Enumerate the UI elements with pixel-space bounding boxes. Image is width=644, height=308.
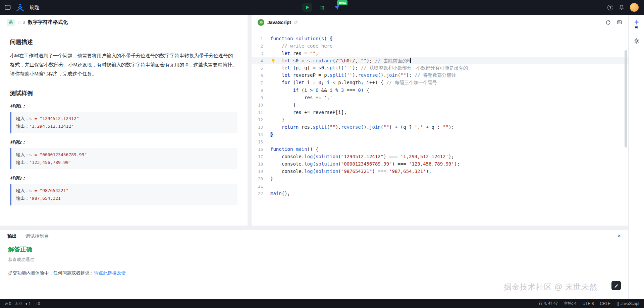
code-line[interactable]: 19 console.log(solution("987654321") ===… [252, 168, 628, 175]
line-number: 6 [252, 73, 270, 78]
language-switch-icon[interactable]: ⇄ [294, 20, 298, 25]
line-number: 17 [252, 154, 270, 159]
description-text: 小M在工作时遇到了一个问题，他需要将用户输入的不带千分位逗号的数字字符串转换为带… [10, 51, 237, 78]
close-output-icon[interactable]: × [618, 233, 621, 239]
result-subtitle: 恭喜成功通过 [8, 257, 620, 263]
reset-code-icon[interactable] [605, 20, 611, 25]
line-content: console.log(solution("0000123456789.99")… [270, 161, 460, 167]
code-line[interactable]: 17 console.log(solution("1294512.12412")… [252, 153, 628, 160]
indentation-setting[interactable]: 空格: 4 [564, 301, 576, 306]
statusbar: ⊘ 0 ⚠ 0 ● 1 ◌ 0 行 4, 列 47 空格: 4 UTF-8 CR… [0, 299, 644, 308]
code-line[interactable]: 21 [252, 182, 628, 190]
code-line[interactable]: 14} [252, 131, 628, 138]
line-content: if (i > 0 && i % 3 === 0) { [270, 87, 369, 93]
line-content: console.log(solution("987654321") === '9… [270, 169, 432, 174]
feedback-line: 提交功能内测体验中，任何问题或者建议：请点此链接反馈 [8, 270, 620, 276]
submit-wrap: Beta [332, 3, 342, 12]
user-avatar[interactable] [630, 3, 639, 12]
errors-indicator[interactable]: ⊘ 0 [5, 301, 11, 306]
eol-setting[interactable]: CRLF [600, 301, 610, 306]
star-count: 3 [23, 20, 25, 25]
code-line[interactable]: 3 let res = ""; [252, 50, 628, 57]
sample-input-value: s = "0000123456789.99" [29, 152, 87, 157]
tab-debug-console[interactable]: 调试控制台 [25, 233, 49, 241]
code-line[interactable]: 6 let reverseP = p.split('').reverse().j… [252, 72, 628, 79]
line-content: let res = ""; [270, 51, 318, 56]
editor-scrollbar[interactable] [625, 50, 627, 147]
code-line[interactable]: 2 // write code here [252, 42, 628, 50]
encoding-setting[interactable]: UTF-8 [583, 301, 594, 306]
line-number: 4 [252, 58, 270, 63]
right-toolbar: AI [629, 15, 644, 299]
code-line[interactable]: 10 } [252, 101, 628, 109]
code-line[interactable]: 5 let [p, q] = s0.split('.'); // 获取整数和小数… [252, 64, 628, 72]
line-number: 13 [252, 125, 270, 130]
run-button[interactable] [302, 3, 312, 12]
topbar-right: ? [607, 3, 644, 12]
code-line[interactable]: 15 [252, 138, 628, 145]
code-line[interactable]: 16function main() { [252, 145, 628, 153]
description-heading: 问题描述 [10, 38, 237, 46]
line-content: } [270, 176, 273, 181]
line-number: 12 [252, 117, 270, 122]
error-icon: ⊘ [5, 301, 8, 306]
line-content: return res.split("").reverse().join("") … [270, 124, 454, 130]
debug-button[interactable] [317, 3, 327, 12]
hints-count: 0 [38, 301, 40, 306]
format-code-icon[interactable] [617, 20, 622, 25]
star-icon[interactable]: ☆ [17, 20, 21, 25]
juejin-logo-icon[interactable] [15, 3, 25, 11]
line-content: } [270, 117, 284, 122]
line-content: res += ',' [270, 95, 332, 100]
line-content: } [270, 102, 296, 108]
warnings-indicator[interactable]: ⚠ 0 [15, 301, 21, 306]
tab-output[interactable]: 输出 [7, 233, 17, 241]
code-line[interactable]: 18 console.log(solution("0000123456789.9… [252, 160, 628, 168]
lightbulb-icon[interactable] [271, 58, 275, 64]
ai-assistant-button[interactable]: AI [634, 19, 639, 29]
topbar-actions: Beta [302, 3, 342, 12]
ai-sparkle-icon [634, 19, 639, 25]
hints-indicator[interactable]: ◌ 0 [35, 301, 40, 306]
hint-icon: ◌ [35, 302, 37, 306]
language-mode[interactable]: {} JavaScript [616, 301, 639, 306]
editor-panel: JS JavaScript ⇄ [252, 15, 628, 226]
settings-gear-icon[interactable] [634, 38, 640, 44]
line-content: for (let i = 0; i < p.length; i++) { // … [270, 80, 437, 86]
problem-body: 问题描述 小M在工作时遇到了一个问题，他需要将用户输入的不带千分位逗号的数字字符… [0, 30, 248, 226]
sample-output-label: 输出： [16, 160, 29, 165]
code-editor[interactable]: 1function solution(s) {2 // write code h… [252, 30, 628, 226]
code-line[interactable]: 12 } [252, 116, 628, 123]
panels-row: 易 ☆ 3 数字字符串格式化 问题描述 小M在工作时遇到了一个问题，他需要将用户… [0, 15, 628, 226]
code-line[interactable]: 22main(); [252, 190, 628, 197]
feedback-widget-icon[interactable] [611, 281, 621, 290]
sample-label: 样例1： [10, 103, 237, 109]
code-line[interactable]: 1function solution(s) { [252, 35, 628, 42]
sample-output-label: 输出： [16, 124, 29, 129]
sample-input-label: 输入： [16, 152, 29, 157]
feedback-link[interactable]: 请点此链接反馈 [94, 270, 126, 275]
code-line[interactable]: 13 return res.split("").reverse().join("… [252, 123, 628, 131]
code-line[interactable]: 8 if (i > 0 && i % 3 === 0) { [252, 86, 628, 94]
line-number: 20 [252, 176, 270, 181]
line-number: 3 [252, 51, 270, 56]
sample-output-label: 输出： [16, 196, 29, 201]
code-line[interactable]: 9 res += ',' [252, 94, 628, 101]
watermark-text: 掘金技术社区 @ 末世未然 [504, 282, 597, 292]
help-icon[interactable]: ? [607, 5, 613, 10]
notifications-bell-icon[interactable] [619, 4, 625, 10]
code-line[interactable]: 4 let s0 = s.replace(/^\b0+/, ""); // 去除… [252, 57, 628, 64]
info-indicator[interactable]: ● 1 [25, 301, 31, 306]
line-number: 22 [252, 191, 270, 196]
sidebar-toggle-icon[interactable] [5, 4, 11, 10]
line-number: 14 [252, 132, 270, 137]
code-line[interactable]: 20} [252, 175, 628, 182]
line-content: console.log(solution("1294512.12412") ==… [270, 154, 454, 159]
code-line[interactable]: 11 res += reverseP[i]; [252, 109, 628, 116]
problem-header: 易 ☆ 3 数字字符串格式化 [0, 15, 248, 30]
line-number: 1 [252, 36, 270, 41]
difficulty-badge: 易 [7, 19, 15, 26]
code-line[interactable]: 7 for (let i = 0; i < p.length; i++) { /… [252, 79, 628, 86]
ai-label: AI [635, 25, 638, 29]
cursor-position[interactable]: 行 4, 列 47 [539, 301, 558, 306]
